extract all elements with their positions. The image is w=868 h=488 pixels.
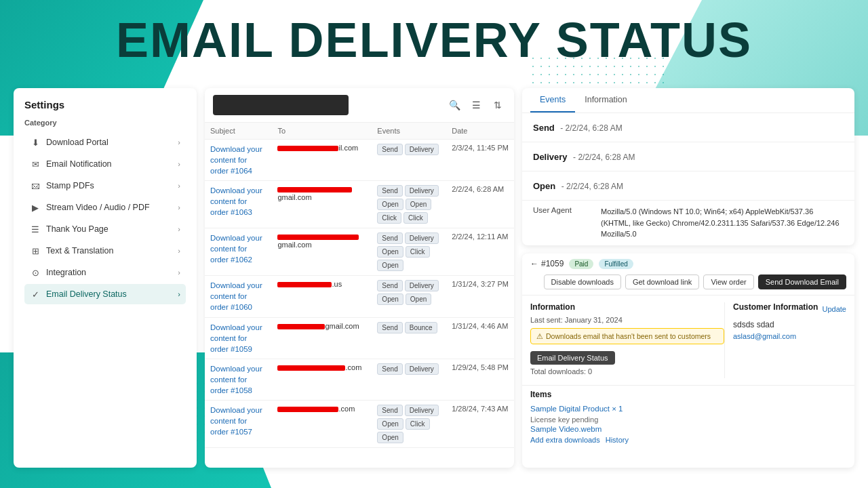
items-title: Items — [530, 386, 846, 402]
customer-header: Customer Information Update — [733, 302, 846, 316]
update-link[interactable]: Update — [823, 305, 846, 313]
cell-to-6: .com — [272, 401, 372, 448]
cell-to-0: il.com — [272, 140, 372, 181]
event-send-label: Send — [533, 123, 555, 133]
email-subject-link-5[interactable]: Download your content for order #1058 — [210, 363, 267, 396]
tab-events[interactable]: Events — [530, 88, 575, 113]
col-subject: Subject — [205, 123, 272, 140]
email-delivery-status-btn[interactable]: Email Delivery Status — [530, 351, 615, 365]
cell-subject-6: Download your content for order #1057 — [205, 401, 272, 448]
col-date: Date — [446, 123, 514, 140]
order-back[interactable]: ← #1059 — [530, 259, 564, 268]
events-tabs: Events Information — [522, 88, 854, 113]
chevron-icon-email-delivery-status: › — [178, 290, 180, 298]
user-agent-label: User Agent — [533, 206, 601, 240]
sort-icon[interactable]: ⇅ — [490, 97, 506, 113]
badge-open-2: Open — [377, 246, 403, 258]
badge-click-1: Click — [377, 212, 401, 224]
email-subject-link-4[interactable]: Download your content for order #1059 — [210, 322, 267, 354]
chevron-icon-email-notification: › — [178, 160, 180, 168]
email-subject-link-3[interactable]: Download your content for order #1060 — [210, 280, 267, 312]
sidebar-item-thank-you-page[interactable]: ☰ Thank You Page › — [24, 219, 186, 239]
menu-label-download-portal: Download Portal — [46, 138, 108, 147]
sidebar-item-email-delivery-status[interactable]: ✓ Email Delivery Status › — [24, 284, 186, 304]
cell-date-6: 1/28/24, 7:43 AM — [446, 401, 514, 448]
sidebar-item-stamp-pdfs[interactable]: 🖂 Stamp PDFs › — [24, 176, 186, 196]
table-row[interactable]: Download your content for order #1058 .c… — [205, 359, 514, 400]
view-order-btn[interactable]: View order — [703, 274, 753, 289]
email-subject-link-1[interactable]: Download your content for order #1063 — [210, 185, 267, 218]
email-panel: 🔍 ☰ ⇅ Subject To Events Date — [205, 88, 514, 468]
item-actions: Add extra downloads History — [530, 436, 846, 444]
warning-icon: ⚠ — [536, 332, 543, 340]
badge-delivery-1: Delivery — [405, 185, 439, 197]
badge-send-0: Send — [377, 144, 402, 155]
cell-date-5: 1/29/24, 5:48 PM — [446, 359, 514, 400]
last-sent: Last sent: January 31, 2024 — [530, 316, 724, 324]
order-body: Information Last sent: January 31, 2024 … — [522, 296, 854, 385]
item-qty: × 1 — [612, 405, 623, 413]
redacted-email-6 — [277, 407, 338, 412]
item-name[interactable]: Sample Digital Product × 1 — [530, 405, 623, 413]
send-download-email-btn[interactable]: Send Download Email — [758, 274, 846, 289]
event-delivery-time: - 2/2/24, 6:28 AM — [573, 152, 635, 162]
redacted-email-4 — [277, 324, 325, 329]
table-row[interactable]: Download your content for order #1060 .u… — [205, 276, 514, 317]
right-panel: Events Information Send - 2/2/24, 6:28 A… — [522, 88, 854, 468]
menu-icon-thank-you-page: ☰ — [30, 224, 41, 235]
table-row[interactable]: Download your content for order #1057 .c… — [205, 401, 514, 448]
add-extra-downloads-link[interactable]: Add extra downloads — [530, 436, 600, 444]
menu-label-email-delivery-status: Email Delivery Status — [46, 289, 127, 299]
redacted-email-1 — [277, 187, 352, 192]
cell-events-1: SendDeliveryOpenOpenClickClick — [372, 181, 446, 228]
table-row[interactable]: Download your content for order #1059 gm… — [205, 317, 514, 359]
menu-label-text-translation: Text & Translation — [46, 246, 113, 256]
warning-box: ⚠ Downloads email that hasn't been sent … — [530, 328, 724, 344]
cell-events-0: SendDelivery — [372, 140, 446, 181]
event-send-time: - 2/2/24, 6:28 AM — [560, 123, 622, 133]
menu-icon-email-notification: ✉ — [30, 159, 41, 169]
email-panel-header: 🔍 ☰ ⇅ — [205, 88, 514, 123]
customer-name: sdsds sdad — [733, 320, 846, 329]
tab-information[interactable]: Information — [575, 88, 637, 113]
category-label: Category — [24, 119, 186, 127]
table-row[interactable]: Download your content for order #1063 gm… — [205, 181, 514, 228]
table-row[interactable]: Download your content for order #1064 il… — [205, 140, 514, 181]
cell-to-5: .com — [272, 359, 372, 400]
email-subject-link-0[interactable]: Download your content for order #1064 — [210, 144, 267, 176]
customer-email[interactable]: aslasd@gmail.com — [733, 332, 846, 340]
cell-subject-5: Download your content for order #1058 — [205, 359, 272, 400]
get-download-link-btn[interactable]: Get download link — [625, 274, 699, 289]
cell-date-4: 1/31/24, 4:46 AM — [446, 317, 514, 359]
search-bar-dark[interactable] — [213, 95, 349, 115]
sidebar-item-email-notification[interactable]: ✉ Email Notification › — [24, 154, 186, 174]
disable-downloads-btn[interactable]: Disable downloads — [544, 274, 621, 289]
filter-icon[interactable]: ☰ — [468, 97, 484, 113]
badge-bounce-4: Bounce — [405, 322, 437, 333]
badge-delivery-3: Delivery — [405, 280, 439, 291]
event-open-time: - 2/2/24, 6:28 AM — [561, 182, 623, 191]
search-icon[interactable]: 🔍 — [446, 97, 462, 113]
menu-icon-stamp-pdfs: 🖂 — [30, 180, 41, 191]
event-open-detail: User Agent Mozilla/5.0 (Windows NT 10.0;… — [522, 201, 854, 245]
order-actions: Disable downloads Get download link View… — [544, 274, 846, 289]
event-delivery: Delivery - 2/2/24, 6:28 AM — [522, 142, 854, 171]
email-table: Subject To Events Date Download your con… — [205, 123, 514, 468]
badge-open-6: Open — [377, 432, 403, 443]
table-row[interactable]: Download your content for order #1062 gm… — [205, 228, 514, 276]
badge-send-1: Send — [377, 185, 402, 197]
settings-title: Settings — [24, 99, 186, 110]
sidebar-item-stream-video[interactable]: ▶ Stream Video / Audio / PDF › — [24, 197, 186, 218]
history-link[interactable]: History — [606, 436, 629, 444]
cell-subject-0: Download your content for order #1064 — [205, 140, 272, 181]
item-file-link[interactable]: Sample Video.webm — [530, 425, 601, 433]
sidebar-item-download-portal[interactable]: ⬇ Download Portal › — [24, 132, 186, 152]
sidebar-item-text-translation[interactable]: ⊞ Text & Translation › — [24, 241, 186, 261]
sidebar-item-integration[interactable]: ⊙ Integration › — [24, 262, 186, 283]
badge-click-6: Click — [406, 418, 430, 430]
badge-open-2: Open — [377, 260, 403, 271]
email-subject-link-6[interactable]: Download your content for order #1057 — [210, 405, 267, 437]
cell-events-3: SendDeliveryOpenOpen — [372, 276, 446, 317]
event-open-label: Open — [533, 181, 555, 191]
email-subject-link-2[interactable]: Download your content for order #1062 — [210, 232, 267, 265]
